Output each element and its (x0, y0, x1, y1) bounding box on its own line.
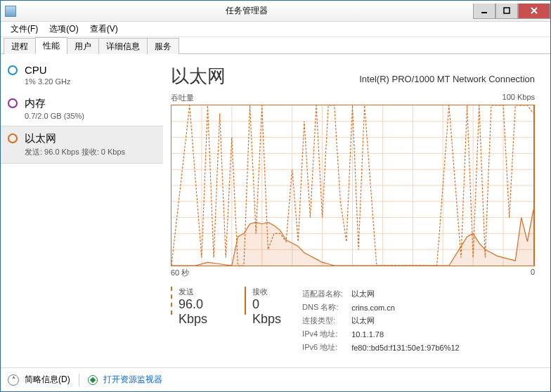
stat-sent: 发送 96.0 Kbps (171, 287, 228, 355)
main-header: 以太网 Intel(R) PRO/1000 MT Network Connect… (171, 64, 535, 89)
prop-ipv4-k: IPv4 地址: (302, 328, 350, 340)
stat-recv: 接收 0 Kbps (245, 287, 284, 355)
throughput-chart[interactable] (171, 105, 535, 266)
brief-info-button[interactable]: 简略信息(D) (25, 374, 70, 386)
sent-value: 96.0 Kbps (171, 297, 228, 327)
sidebar-net-name: 以太网 (25, 132, 125, 145)
body: CPU 1% 3.20 GHz 内存 0.7/2.0 GB (35%) 以太网 … (1, 54, 550, 367)
prop-adapter-k: 适配器名称: (302, 288, 350, 300)
memory-icon (8, 98, 18, 108)
prop-conn-k: 连接类型: (302, 315, 350, 327)
window-title: 任务管理器 (20, 5, 473, 17)
sidebar-mem-sub: 0.7/2.0 GB (35%) (25, 112, 84, 120)
window-controls (473, 4, 550, 19)
sidebar-item-cpu[interactable]: CPU 1% 3.20 GHz (1, 58, 163, 91)
maximize-button[interactable] (495, 4, 518, 19)
titlebar[interactable]: 任务管理器 (1, 1, 550, 22)
prop-dns-v: crins.com.cn (351, 301, 467, 313)
open-resource-monitor-link[interactable]: 打开资源监视器 (103, 374, 162, 386)
x-axis-right: 0 (531, 268, 535, 278)
tab-services[interactable]: 服务 (147, 38, 179, 54)
close-button[interactable] (518, 4, 550, 19)
prop-dns-k: DNS 名称: (302, 301, 350, 313)
menubar: 文件(F) 选项(O) 查看(V) (1, 22, 550, 37)
chart-x-labels: 60 秒 0 (171, 268, 535, 278)
footer-divider (79, 374, 79, 386)
sidebar-item-memory[interactable]: 内存 0.7/2.0 GB (35%) (1, 91, 163, 126)
ethernet-icon (8, 133, 18, 143)
chart-top-labels: 吞吐量 100 Kbps (171, 93, 535, 103)
prop-ipv4-v: 10.1.1.78 (351, 328, 467, 340)
stats-row: 发送 96.0 Kbps 接收 0 Kbps 适配器名称:以太网 DNS 名称:… (171, 287, 535, 355)
minimize-button[interactable] (473, 4, 495, 19)
sidebar: CPU 1% 3.20 GHz 内存 0.7/2.0 GB (35%) 以太网 … (1, 54, 164, 367)
footer: ˄ 简略信息(D) 打开资源监视器 (1, 367, 550, 391)
recv-marker-icon (245, 287, 247, 315)
tab-users[interactable]: 用户 (67, 38, 99, 54)
app-icon (5, 6, 16, 17)
tab-processes[interactable]: 进程 (4, 38, 36, 54)
recv-value: 0 Kbps (245, 297, 284, 327)
x-axis-left: 60 秒 (171, 268, 189, 278)
adapter-description: Intel(R) PRO/1000 MT Network Connection (359, 74, 535, 84)
tab-details[interactable]: 详细信息 (98, 38, 148, 54)
recv-label: 接收 (245, 287, 284, 297)
prop-adapter-v: 以太网 (351, 288, 467, 300)
svg-rect-1 (504, 8, 510, 13)
prop-ipv6-v: fe80::bd5d:f131:50e1:97b6%12 (351, 341, 467, 353)
tab-performance[interactable]: 性能 (35, 37, 67, 54)
page-title: 以太网 (171, 64, 226, 89)
sidebar-net-sub: 发送: 96.0 Kbps 接收: 0 Kbps (25, 147, 125, 157)
resource-monitor-icon (88, 375, 98, 385)
sidebar-item-ethernet[interactable]: 以太网 发送: 96.0 Kbps 接收: 0 Kbps (1, 126, 163, 164)
prop-conn-v: 以太网 (351, 315, 467, 327)
sidebar-cpu-name: CPU (25, 64, 70, 76)
menu-view[interactable]: 查看(V) (84, 22, 124, 37)
main-panel: 以太网 Intel(R) PRO/1000 MT Network Connect… (164, 54, 550, 367)
prop-ipv6-k: IPv6 地址: (302, 341, 350, 353)
adapter-properties: 适配器名称:以太网 DNS 名称:crins.com.cn 连接类型:以太网 I… (301, 287, 468, 355)
sidebar-cpu-sub: 1% 3.20 GHz (25, 77, 70, 86)
cpu-icon (8, 65, 18, 75)
task-manager-window: 任务管理器 文件(F) 选项(O) 查看(V) 进程 性能 用户 详细信息 服务… (0, 0, 551, 392)
y-axis-max: 100 Kbps (503, 93, 535, 103)
sidebar-mem-name: 内存 (25, 97, 84, 110)
menu-file[interactable]: 文件(F) (5, 22, 44, 37)
collapse-icon[interactable]: ˄ (8, 374, 19, 386)
sent-marker-icon (171, 287, 173, 315)
y-axis-label: 吞吐量 (171, 93, 194, 103)
chart-svg (171, 105, 533, 266)
sent-label: 发送 (171, 287, 228, 297)
menu-options[interactable]: 选项(O) (44, 22, 84, 37)
tabs: 进程 性能 用户 详细信息 服务 (1, 37, 550, 54)
